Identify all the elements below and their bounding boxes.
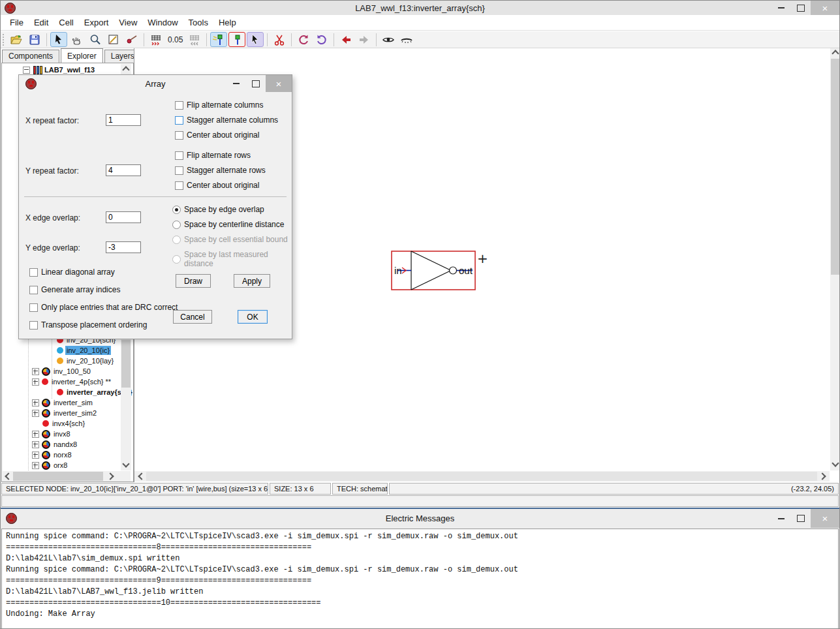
drc-correct-checkbox[interactable]: Only place entries that are DRC correct [29,303,178,312]
tree-item[interactable]: orx8 [2,460,121,470]
dialog-close-button[interactable]: × [266,75,292,92]
y-overlap-input[interactable] [106,241,141,253]
tree-item[interactable]: inverter_sim2 [2,408,121,418]
minimize-button[interactable] [771,1,791,15]
expand-icon[interactable] [32,431,39,438]
x-repeat-input[interactable] [106,114,141,126]
tree-item[interactable]: inv_20_10{ic} [2,345,134,356]
collapse-icon[interactable] [23,67,30,74]
rotate-left-button[interactable] [295,32,312,47]
messages-console[interactable]: Running spice command: C:\PROGRA~2\LTC\L… [1,529,839,629]
canvas-scroll-up-icon[interactable] [830,48,840,57]
tree-scroll-down-icon[interactable] [121,460,131,469]
message-line: =================================10=====… [6,598,834,609]
tree-vscroll-thumb[interactable] [121,340,131,388]
canvas-scroll-down-icon[interactable] [830,459,840,468]
tree-scroll-right-icon[interactable] [106,471,116,482]
tree-item[interactable]: nandx8 [2,439,121,450]
zoom-button[interactable] [87,32,104,47]
close-button[interactable]: × [811,1,839,15]
menu-export[interactable]: Export [79,15,114,30]
stagger-alt-rows-checkbox[interactable]: Stagger alternate rows [175,166,266,175]
maximize-button[interactable] [791,1,811,15]
expand-icon[interactable] [32,452,39,459]
tree-root-row[interactable]: LAB7_wwl_f13 [23,65,96,75]
toolbar-grip[interactable] [2,33,5,46]
messages-close-button[interactable]: × [811,509,839,528]
dialog-maximize-button[interactable] [246,75,266,92]
grid-toggle-button[interactable] [148,32,164,47]
save-library-icon [28,33,41,46]
tree-item[interactable]: norx8 [2,450,121,460]
menu-edit[interactable]: Edit [29,15,54,30]
menu-file[interactable]: File [5,15,29,30]
x-overlap-input[interactable] [106,211,141,223]
messages-minimize-button[interactable] [771,509,791,528]
tab-explorer[interactable]: Explorer [61,48,103,63]
edit-cell-button[interactable] [105,32,122,47]
save-library-button[interactable] [26,32,43,47]
tree-item[interactable]: inverter_sim [2,397,121,408]
expand-icon[interactable] [32,410,39,417]
apply-button[interactable]: Apply [234,274,270,288]
menu-window[interactable]: Window [142,15,183,30]
draw-button[interactable]: Draw [176,274,211,288]
messages-titlebar: Electric Messages × [1,509,839,528]
transpose-ordering-checkbox[interactable]: Transpose placement ordering [29,320,147,330]
space-edge-overlap-radio[interactable]: Space by edge overlap [172,205,264,214]
open-library-button[interactable] [8,32,25,47]
expand-icon[interactable] [32,399,39,407]
measure-button[interactable] [123,32,140,47]
menu-tools[interactable]: Tools [183,15,213,30]
pan-button[interactable] [69,32,86,47]
stagger-alt-columns-checkbox[interactable]: Stagger alternate columns [175,115,278,125]
y-repeat-input[interactable] [106,164,141,176]
special-select-button[interactable] [247,32,264,47]
tree-item[interactable]: inverter_4p{sch} ** [2,376,121,387]
tab-components[interactable]: Components [2,50,59,63]
tree-item[interactable]: inverter_array{sch} [2,387,134,397]
tree-hscroll-thumb[interactable] [13,472,103,481]
cut-button[interactable] [271,32,288,47]
menu-cell[interactable]: Cell [54,15,78,30]
expand-icon[interactable] [32,441,39,448]
tree-item[interactable]: inv_20_10{lay} [2,356,134,366]
canvas-vscroll-thumb[interactable] [831,59,840,275]
messages-maximize-button[interactable] [791,509,811,528]
linear-diagonal-checkbox[interactable]: Linear diagonal array [29,268,115,277]
expand-icon[interactable] [32,462,39,469]
flip-alt-columns-checkbox[interactable]: Flip alternate columns [175,100,263,110]
generate-indices-checkbox[interactable]: Generate array indices [29,285,120,294]
ok-button[interactable]: OK [238,310,268,324]
grid-align-button[interactable] [186,32,203,47]
port-export-button[interactable] [228,32,245,47]
select-arrow-button[interactable] [50,32,67,47]
preview-off-button[interactable] [398,32,415,47]
expand-icon[interactable] [32,378,39,386]
canvas-scroll-right-icon[interactable] [818,471,828,482]
tree-scroll-left-icon[interactable] [3,471,12,482]
flip-alt-rows-checkbox[interactable]: Flip alternate rows [175,151,251,160]
preview-on-button[interactable] [380,32,397,47]
center-about-original-rows-checkbox[interactable]: Center about original [175,181,259,190]
tree-scroll-up-icon[interactable] [121,64,131,73]
expand-icon[interactable] [32,368,39,375]
menu-help[interactable]: Help [213,15,241,30]
dialog-minimize-button[interactable] [226,75,246,92]
canvas-hscroll-thumb[interactable] [146,472,817,481]
tree-item-label: orx8 [52,461,69,470]
port-highlight-button[interactable] [210,32,227,47]
menu-view[interactable]: View [114,15,142,30]
rotate-right-button[interactable] [313,32,330,47]
lay-view-icon [57,358,63,364]
undo-button[interactable] [337,32,354,47]
canvas-scroll-left-icon[interactable] [136,471,145,482]
cancel-button[interactable]: Cancel [173,310,212,324]
space-centerline-radio[interactable]: Space by centerline distance [172,220,284,229]
tree-item[interactable]: invx8 [2,429,121,439]
redo-button[interactable] [356,32,373,47]
sch-view-icon [57,389,63,395]
tree-item[interactable]: inv_100_50 [2,366,121,376]
center-about-original-cols-checkbox[interactable]: Center about original [175,130,259,140]
tree-item[interactable]: invx4{sch} [2,418,134,429]
